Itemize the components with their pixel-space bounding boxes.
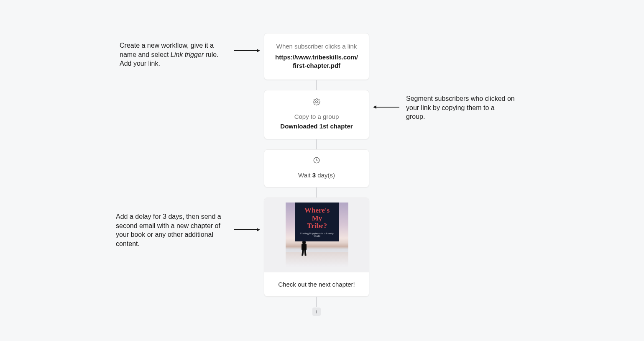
workflow-diagram: Create a new workflow, give it a name an…: [0, 0, 644, 341]
annotation-text: Segment subscribers who clicked on your …: [406, 95, 515, 120]
connector-line: [316, 297, 317, 307]
annotation-segment-subscribers: Segment subscribers who clicked on your …: [406, 94, 515, 121]
copy-to-group-card[interactable]: Copy to a group Downloaded 1st chapter: [264, 90, 369, 139]
book-title: Where's My Tribe? Finding Happiness in a…: [295, 203, 339, 241]
workflow-column: When subscriber clicks a link https://ww…: [264, 33, 369, 316]
wait-text: Wait 3 day(s): [273, 172, 360, 179]
person-silhouette: [300, 241, 308, 256]
action-label: Copy to a group: [273, 113, 360, 120]
email-card[interactable]: Where's My Tribe? Finding Happiness in a…: [264, 197, 369, 297]
trigger-link: https://www.tribeskills.com/ first-chapt…: [272, 53, 361, 70]
email-preview: Where's My Tribe? Finding Happiness in a…: [264, 198, 369, 272]
email-subject: Check out the next chapter!: [264, 272, 369, 296]
wait-card[interactable]: Wait 3 day(s): [264, 149, 369, 187]
annotation-create-workflow: Create a new workflow, give it a name an…: [120, 41, 228, 68]
annotation-add-delay: Add a delay for 3 days, then send a seco…: [116, 212, 225, 248]
annotation-italic: Link trigger: [171, 51, 204, 58]
connector-line: [316, 80, 317, 90]
svg-point-0: [316, 100, 318, 103]
action-value: Downloaded 1st chapter: [273, 123, 360, 130]
plus-icon: +: [315, 309, 318, 315]
trigger-label: When subscriber clicks a link: [272, 43, 361, 50]
add-step-button[interactable]: +: [312, 308, 321, 316]
book-cover-image: Where's My Tribe? Finding Happiness in a…: [286, 203, 348, 267]
connector-line: [316, 187, 317, 197]
arrow-left-icon: [373, 105, 399, 109]
connector-line: [316, 139, 317, 149]
gear-icon: [313, 98, 320, 107]
annotation-text: Add a delay for 3 days, then send a seco…: [116, 213, 221, 247]
clock-icon: [313, 156, 320, 166]
arrow-right-icon: [234, 228, 260, 231]
arrow-right-icon: [234, 49, 260, 52]
trigger-card[interactable]: When subscriber clicks a link https://ww…: [264, 33, 369, 80]
